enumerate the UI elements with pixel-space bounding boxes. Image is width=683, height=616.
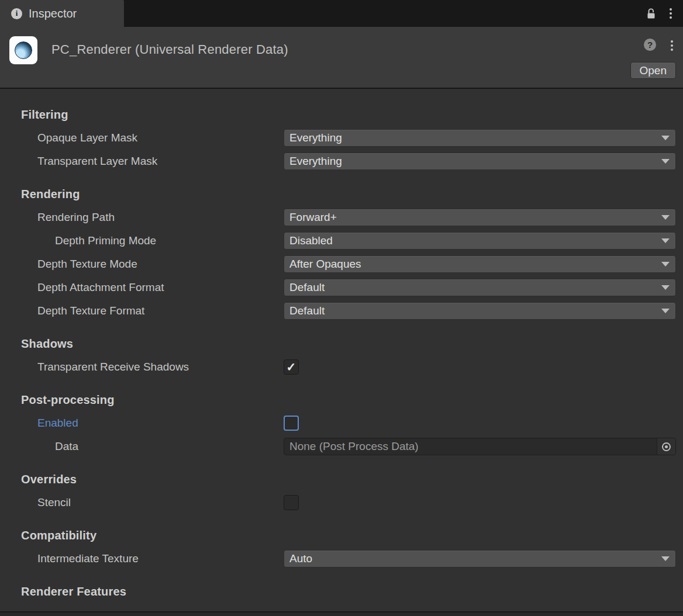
property-row-depth-texture-mode: Depth Texture ModeAfter Opaques (0, 252, 683, 276)
object-field-data[interactable]: None (Post Process Data) (284, 438, 676, 455)
asset-title: PC_Renderer (Universal Renderer Data) (51, 42, 288, 57)
chevron-down-icon (661, 262, 670, 267)
property-label: Stencil (0, 496, 284, 509)
inspector-window: i Inspector PC_Renderer (Universal Rende… (0, 0, 683, 616)
checkbox-enabled[interactable] (284, 416, 299, 431)
property-label: Intermediate Texture (0, 552, 284, 565)
property-control: After Opaques (284, 255, 676, 273)
property-row-intermediate-texture: Intermediate TextureAuto (0, 547, 683, 570)
chevron-down-icon (661, 556, 670, 561)
section-header-post-processing: Post-processing (0, 388, 683, 411)
property-row-opaque-layer-mask: Opaque Layer MaskEverything (0, 126, 683, 150)
info-icon: i (11, 8, 22, 19)
property-label: Depth Texture Format (0, 304, 284, 317)
properties: FilteringOpaque Layer MaskEverythingTran… (0, 103, 683, 605)
open-button[interactable]: Open (630, 62, 676, 79)
dropdown-opaque-layer-mask[interactable]: Everything (284, 129, 676, 147)
asset-header: PC_Renderer (Universal Renderer Data) ? … (0, 27, 683, 89)
property-control: Default (284, 279, 676, 296)
section-header-renderer-features: Renderer Features (0, 580, 683, 603)
section-filtering: FilteringOpaque Layer MaskEverythingTran… (0, 103, 683, 173)
object-field-value: None (Post Process Data) (289, 440, 419, 453)
section-header-overrides: Overrides (0, 468, 683, 491)
dropdown-value: After Opaques (289, 258, 361, 271)
checkbox-transparent-receive-shadows[interactable] (284, 359, 299, 375)
property-row-enabled: Enabled (0, 411, 683, 435)
section-header-shadows: Shadows (0, 332, 683, 355)
property-row-transparent-layer-mask: Transparent Layer MaskEverything (0, 150, 683, 173)
property-label: Depth Priming Mode (0, 234, 284, 247)
section-compatibility: CompatibilityIntermediate TextureAuto (0, 524, 683, 570)
property-row-data: DataNone (Post Process Data) (0, 435, 683, 458)
dropdown-value: Default (289, 304, 325, 317)
dropdown-value: Everything (289, 131, 342, 144)
dropdown-value: Forward+ (289, 211, 337, 224)
dropdown-value: Everything (289, 155, 342, 168)
dropdown-value: Disabled (289, 234, 333, 247)
property-control: Default (284, 302, 676, 320)
property-label: Depth Texture Mode (0, 258, 284, 271)
section-header-compatibility: Compatibility (0, 524, 683, 547)
checkbox-stencil[interactable] (284, 495, 299, 510)
header-kebab-menu-icon[interactable] (669, 38, 675, 53)
property-control: Everything (284, 153, 676, 170)
section-shadows: ShadowsTransparent Receive Shadows (0, 332, 683, 379)
chevron-down-icon (661, 238, 670, 243)
property-row-transparent-receive-shadows: Transparent Receive Shadows (0, 355, 683, 379)
kebab-menu-icon[interactable] (668, 6, 674, 21)
section-post-processing: Post-processingEnabledDataNone (Post Pro… (0, 388, 683, 458)
property-label: Depth Attachment Format (0, 281, 284, 294)
property-control: Forward+ (284, 209, 676, 226)
property-label: Transparent Layer Mask (0, 155, 284, 168)
bottom-divider (0, 611, 683, 616)
property-control: Disabled (284, 232, 676, 250)
tab-label: Inspector (29, 7, 77, 20)
property-row-rendering-path: Rendering PathForward+ (0, 206, 683, 229)
property-label: Rendering Path (0, 211, 284, 224)
chevron-down-icon (661, 159, 670, 164)
property-row-stencil: Stencil (0, 491, 683, 514)
unlock-icon[interactable] (646, 8, 656, 19)
dropdown-rendering-path[interactable]: Forward+ (284, 209, 676, 226)
property-label: Opaque Layer Mask (0, 131, 284, 144)
property-control: Auto (284, 550, 676, 567)
help-icon[interactable]: ? (644, 39, 656, 51)
chevron-down-icon (661, 215, 670, 220)
property-control: None (Post Process Data) (284, 438, 676, 455)
topbar-actions (646, 0, 683, 27)
dropdown-depth-texture-mode[interactable]: After Opaques (284, 255, 676, 273)
dropdown-value: Default (289, 281, 325, 294)
section-overrides: OverridesStencil (0, 468, 683, 514)
dropdown-depth-texture-format[interactable]: Default (284, 302, 676, 320)
property-control: Everything (284, 129, 676, 147)
section-renderer-features: Renderer Features (0, 580, 683, 603)
asset-icon (9, 36, 37, 64)
section-header-rendering: Rendering (0, 182, 683, 206)
renderer-sphere-icon (15, 41, 32, 59)
property-row-depth-priming-mode: Depth Priming ModeDisabled (0, 229, 683, 252)
dropdown-depth-priming-mode[interactable]: Disabled (284, 232, 676, 250)
section-rendering: RenderingRendering PathForward+Depth Pri… (0, 182, 683, 323)
chevron-down-icon (661, 136, 670, 140)
dropdown-depth-attachment-format[interactable]: Default (284, 279, 676, 296)
chevron-down-icon (661, 309, 670, 313)
property-control (284, 359, 676, 375)
dropdown-intermediate-texture[interactable]: Auto (284, 550, 676, 567)
dropdown-transparent-layer-mask[interactable]: Everything (284, 153, 676, 170)
chevron-down-icon (661, 285, 670, 290)
property-control (284, 416, 676, 431)
tab-strip: i Inspector (0, 0, 683, 27)
property-label: Transparent Receive Shadows (0, 361, 284, 373)
section-header-filtering: Filtering (0, 103, 683, 126)
dropdown-value: Auto (289, 552, 312, 565)
tab-inspector[interactable]: i Inspector (0, 0, 124, 27)
property-row-depth-texture-format: Depth Texture FormatDefault (0, 299, 683, 323)
property-control (284, 495, 676, 510)
property-label: Enabled (0, 417, 284, 430)
target-picker-icon[interactable] (657, 438, 675, 455)
property-row-depth-attachment-format: Depth Attachment FormatDefault (0, 276, 683, 299)
property-label: Data (0, 440, 284, 453)
